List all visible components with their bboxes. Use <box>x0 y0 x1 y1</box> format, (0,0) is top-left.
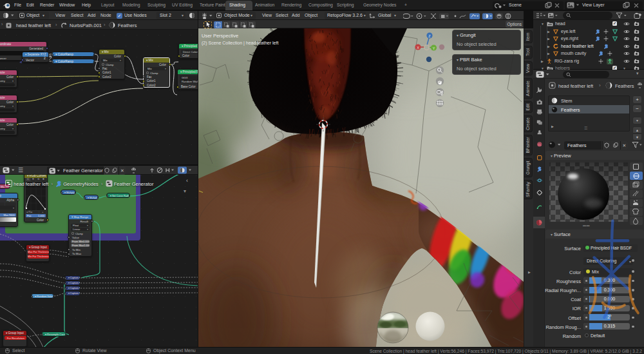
svg-text:X: X <box>417 46 419 50</box>
svg-text:Y: Y <box>433 46 435 50</box>
svg-text:(2) Scene Collection | head fe: (2) Scene Collection | head feather left <box>202 41 278 46</box>
svg-text:User Perspective: User Perspective <box>202 33 238 39</box>
